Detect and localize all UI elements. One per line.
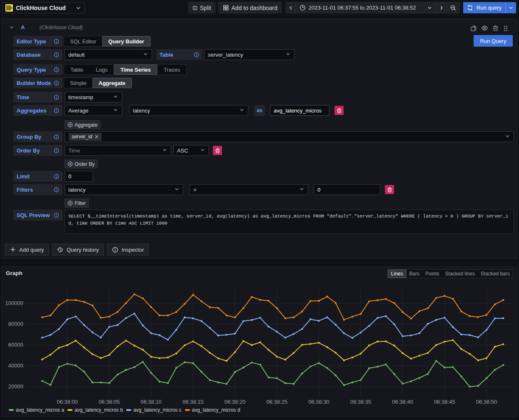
svg-text:06:38:10: 06:38:10 <box>140 399 162 405</box>
svg-text:06:38:15: 06:38:15 <box>182 399 204 405</box>
svg-text:40000: 40000 <box>8 362 23 369</box>
svg-text:20000: 20000 <box>8 383 23 390</box>
svg-text:06:38:00: 06:38:00 <box>57 399 78 405</box>
svg-text:06:38:45: 06:38:45 <box>434 399 455 405</box>
svg-text:06:38:05: 06:38:05 <box>99 399 120 405</box>
svg-text:06:38:50: 06:38:50 <box>476 399 497 405</box>
svg-text:06:38:25: 06:38:25 <box>266 399 287 405</box>
svg-text:06:38:20: 06:38:20 <box>225 399 246 405</box>
svg-text:100000: 100000 <box>5 300 23 306</box>
svg-text:60000: 60000 <box>8 342 23 348</box>
svg-text:80000: 80000 <box>8 321 23 327</box>
svg-text:06:38:30: 06:38:30 <box>308 399 329 405</box>
svg-text:06:38:35: 06:38:35 <box>350 399 372 405</box>
svg-text:06:38:40: 06:38:40 <box>392 399 413 405</box>
